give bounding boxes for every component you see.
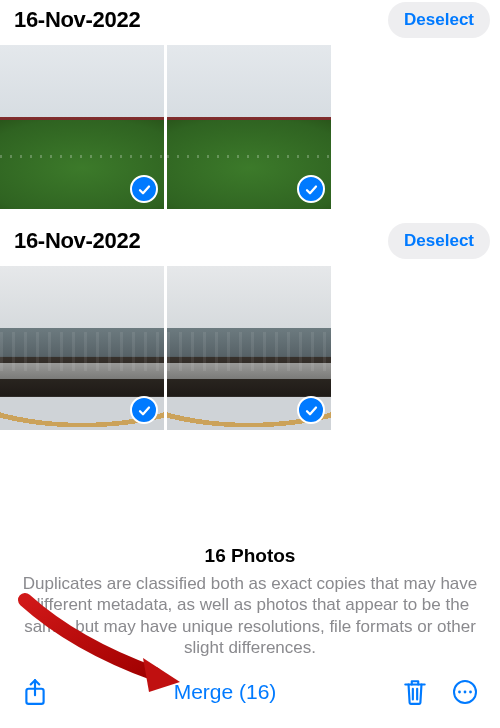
svg-point-7	[469, 691, 472, 694]
share-icon	[22, 678, 48, 706]
deselect-button[interactable]: Deselect	[388, 223, 490, 259]
selected-check-icon	[130, 175, 158, 203]
group-date: 16-Nov-2022	[14, 7, 140, 33]
duplicate-group: 16-Nov-2022 Deselect	[0, 0, 500, 209]
duplicates-screen: 16-Nov-2022 Deselect 16-Nov-2022 Deselec…	[0, 0, 500, 728]
selected-check-icon	[297, 396, 325, 424]
svg-point-6	[464, 691, 467, 694]
photo-thumb[interactable]	[167, 266, 331, 430]
thumb-row	[0, 263, 500, 430]
photo-thumb[interactable]	[167, 45, 331, 209]
group-date: 16-Nov-2022	[14, 228, 140, 254]
selected-check-icon	[297, 175, 325, 203]
photo-count-label: 16 Photos	[205, 545, 296, 567]
delete-button[interactable]	[400, 676, 430, 708]
duplicates-explainer: Duplicates are classified both as exact …	[0, 573, 500, 660]
more-button[interactable]	[450, 676, 480, 708]
selected-check-icon	[130, 396, 158, 424]
group-header: 16-Nov-2022 Deselect	[0, 221, 500, 263]
group-header: 16-Nov-2022 Deselect	[0, 0, 500, 42]
duplicate-group: 16-Nov-2022 Deselect	[0, 221, 500, 430]
more-icon	[452, 678, 478, 706]
footer-block: 16 Photos Duplicates are classified both…	[0, 527, 500, 728]
merge-button[interactable]: Merge (16)	[160, 674, 291, 710]
svg-point-5	[458, 691, 461, 694]
trash-icon	[402, 678, 428, 706]
photo-thumb[interactable]	[0, 266, 164, 430]
share-button[interactable]	[20, 676, 50, 708]
bottom-toolbar: Merge (16)	[0, 660, 500, 728]
deselect-button[interactable]: Deselect	[388, 2, 490, 38]
photo-thumb[interactable]	[0, 45, 164, 209]
thumb-row	[0, 42, 500, 209]
